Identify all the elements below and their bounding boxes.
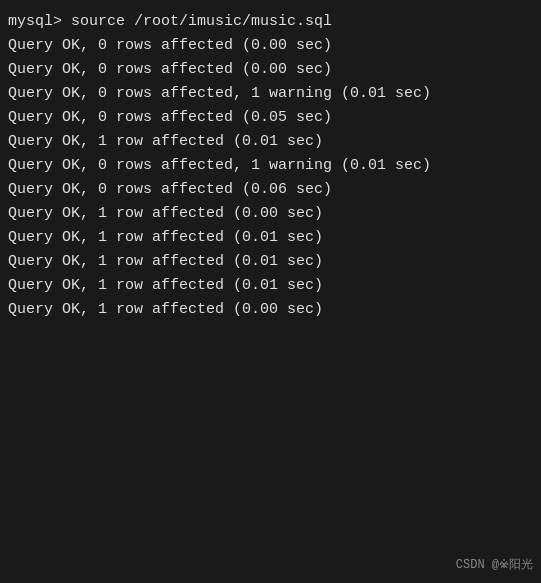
terminal-line-0: mysql> source /root/imusic/music.sql (8, 10, 533, 34)
terminal-line-5: Query OK, 0 rows affected, 1 warning (0.… (8, 82, 533, 106)
terminal-line-21: Query OK, 1 row affected (0.01 sec) (8, 274, 533, 298)
terminal-line-17: Query OK, 1 row affected (0.01 sec) (8, 226, 533, 250)
terminal-line-11: Query OK, 0 rows affected, 1 warning (0.… (8, 154, 533, 178)
terminal-line-23: Query OK, 1 row affected (0.00 sec) (8, 298, 533, 322)
terminal-line-7: Query OK, 0 rows affected (0.05 sec) (8, 106, 533, 130)
terminal-line-1: Query OK, 0 rows affected (0.00 sec) (8, 34, 533, 58)
terminal-line-19: Query OK, 1 row affected (0.01 sec) (8, 250, 533, 274)
terminal-line-13: Query OK, 0 rows affected (0.06 sec) (8, 178, 533, 202)
watermark: CSDN @※阳光 (456, 556, 533, 573)
terminal-line-3: Query OK, 0 rows affected (0.00 sec) (8, 58, 533, 82)
terminal-line-15: Query OK, 1 row affected (0.00 sec) (8, 202, 533, 226)
terminal-line-9: Query OK, 1 row affected (0.01 sec) (8, 130, 533, 154)
terminal-window: mysql> source /root/imusic/music.sqlQuer… (0, 0, 541, 583)
